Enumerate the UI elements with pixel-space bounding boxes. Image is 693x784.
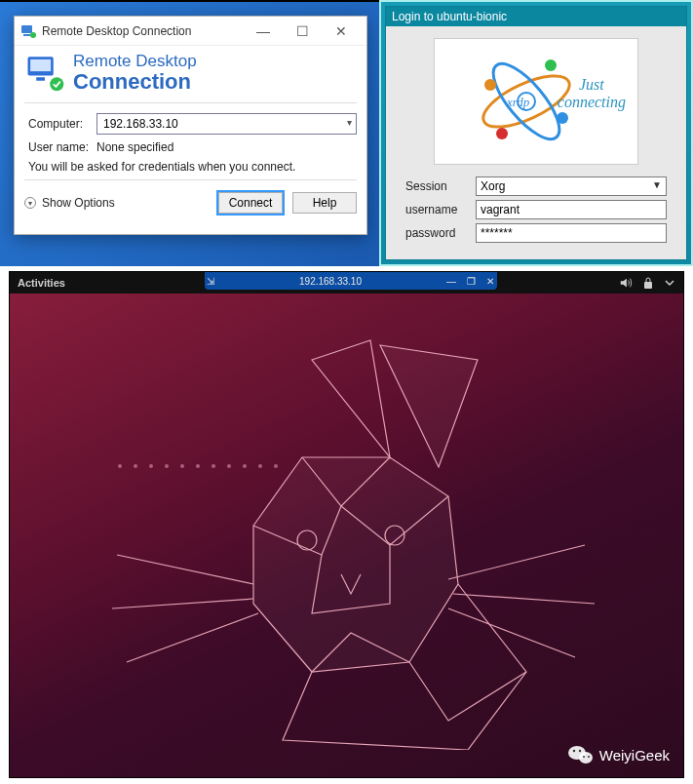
credentials-hint: You will be asked for credentials when y…: [28, 160, 357, 174]
xrdp-panel: Login to ubuntu-bionic xrdp Justconnecti…: [379, 0, 693, 266]
volume-icon: [619, 276, 633, 290]
ubuntu-desktop: Activities ⇲ 192.168.33.10 — ❐ ✕: [9, 271, 684, 778]
dotted-trail: [112, 457, 307, 471]
minimize-button[interactable]: —: [244, 23, 283, 39]
svg-rect-4: [30, 59, 51, 71]
svg-line-25: [453, 594, 595, 604]
xrdp-form: Session Xorg ▼ username password: [386, 173, 686, 251]
rdc-banner-text: Remote Desktop Connection: [73, 52, 197, 93]
svg-rect-5: [36, 77, 45, 81]
rdc-banner: Remote Desktop Connection: [15, 46, 366, 102]
computer-value: 192.168.33.10: [103, 117, 178, 131]
svg-rect-0: [21, 25, 32, 33]
svg-point-11: [557, 112, 568, 124]
svg-point-28: [579, 752, 593, 764]
username-value: None specified: [96, 140, 173, 154]
rdc-footer: ▾ Show Options Connect Help: [15, 180, 366, 225]
ubuntu-wallpaper-cat: [58, 331, 624, 750]
svg-line-26: [448, 608, 575, 657]
chevron-down-icon: ▼: [652, 179, 662, 190]
activities-button[interactable]: Activities: [18, 277, 65, 289]
svg-rect-15: [644, 282, 652, 289]
remote-ip: 192.168.33.10: [222, 276, 439, 287]
svg-point-10: [484, 79, 496, 91]
close-button[interactable]: ✕: [322, 23, 361, 39]
xrdp-username-input[interactable]: [476, 200, 667, 219]
bar-minimize[interactable]: —: [444, 276, 458, 287]
session-label: Session: [405, 179, 476, 193]
session-value: Xorg: [481, 179, 505, 193]
show-options-label: Show Options: [42, 196, 115, 210]
pin-icon[interactable]: ⇲: [205, 276, 216, 287]
bar-restore[interactable]: ❐: [464, 276, 478, 287]
watermark-text: WeiyiGeek: [599, 747, 670, 764]
svg-marker-18: [253, 457, 458, 672]
svg-marker-16: [312, 340, 390, 457]
svg-point-31: [583, 756, 585, 758]
svg-marker-17: [380, 345, 478, 467]
wechat-icon: [568, 744, 594, 765]
xrdp-logo: xrdp Justconnecting: [434, 38, 638, 165]
connect-button[interactable]: Connect: [218, 192, 283, 214]
computer-label: Computer:: [28, 117, 96, 131]
svg-line-22: [112, 599, 253, 608]
rdc-title: Remote Desktop Connection: [42, 24, 244, 38]
svg-line-24: [448, 545, 585, 579]
xrdp-username-label: username: [405, 203, 476, 216]
xrdp-password-label: password: [405, 226, 476, 240]
rdc-banner-line2: Connection: [73, 71, 197, 93]
maximize-button[interactable]: ☐: [283, 23, 322, 39]
power-chevron-icon: [664, 277, 675, 289]
username-label: User name:: [28, 140, 96, 154]
watermark: WeiyiGeek: [568, 744, 670, 765]
session-select[interactable]: Xorg ▼: [476, 176, 667, 196]
rdc-banner-line1: Remote Desktop: [73, 52, 197, 71]
rdp-connection-bar: ⇲ 192.168.33.10 — ❐ ✕: [205, 272, 497, 290]
svg-point-13: [545, 59, 557, 71]
xrdp-title: Login to ubuntu-bionic: [386, 7, 686, 26]
svg-point-12: [496, 128, 508, 139]
rdc-app-icon: [20, 23, 36, 39]
xrdp-password-input[interactable]: [476, 223, 667, 243]
svg-text:xrdp: xrdp: [506, 95, 530, 109]
svg-rect-1: [23, 34, 30, 36]
svg-point-2: [30, 32, 36, 38]
expand-circle-icon: ▾: [24, 197, 36, 209]
rdc-body: Computer: 192.168.33.10 ▾ User name: Non…: [15, 103, 366, 179]
svg-point-32: [588, 756, 590, 758]
rdc-banner-icon: [24, 52, 65, 93]
svg-point-29: [573, 750, 575, 752]
gnome-status-area[interactable]: [619, 276, 675, 290]
chevron-down-icon: ▾: [347, 117, 352, 128]
svg-point-6: [50, 77, 63, 91]
computer-combo[interactable]: 192.168.33.10 ▾: [96, 113, 357, 135]
help-button[interactable]: Help: [292, 192, 357, 214]
rdc-desktop-backdrop: Remote Desktop Connection — ☐ ✕ Remote D…: [0, 0, 379, 266]
show-options-toggle[interactable]: ▾ Show Options: [24, 196, 115, 210]
svg-line-23: [127, 613, 258, 662]
svg-line-21: [117, 555, 253, 584]
xrdp-tagline: Justconnecting: [558, 76, 626, 110]
bar-close[interactable]: ✕: [483, 276, 497, 287]
xrdp-window: Login to ubuntu-bionic xrdp Justconnecti…: [385, 6, 687, 260]
rdc-titlebar: Remote Desktop Connection — ☐ ✕: [15, 17, 366, 46]
rdc-window: Remote Desktop Connection — ☐ ✕ Remote D…: [14, 16, 367, 235]
lock-icon: [642, 276, 654, 290]
svg-point-30: [579, 750, 581, 752]
